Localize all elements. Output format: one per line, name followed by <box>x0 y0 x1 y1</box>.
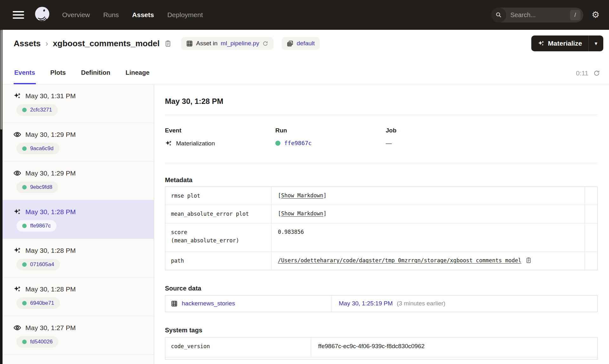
observation-icon <box>13 324 21 332</box>
run-status-dot <box>22 340 27 344</box>
event-column-label: Event <box>165 127 275 134</box>
materialization-icon <box>13 208 21 216</box>
system-tag-key: code_version <box>165 337 311 357</box>
materialization-icon <box>13 285 21 293</box>
run-status-dot <box>22 108 27 112</box>
hamburger-menu-icon[interactable] <box>13 11 24 19</box>
materialization-icon <box>165 140 172 147</box>
scrollbar-thumb[interactable] <box>0 30 2 130</box>
tab-definition[interactable]: Definition <box>81 69 111 84</box>
code-location-link[interactable]: default <box>297 40 315 47</box>
reload-location-icon[interactable] <box>262 41 268 47</box>
run-status-dot <box>22 301 27 305</box>
run-id-badge[interactable]: 2cfc3271 <box>16 104 58 116</box>
job-column-label: Job <box>386 127 598 134</box>
breadcrumb-separator: › <box>45 39 48 48</box>
tab-lineage[interactable]: Lineage <box>125 69 150 84</box>
metadata-key: rmse plot <box>165 187 272 205</box>
asset-table-icon <box>171 300 178 307</box>
nav-item-assets[interactable]: Assets <box>132 11 154 19</box>
code-location-badge: default <box>282 37 320 50</box>
sparkle-icon <box>538 40 545 47</box>
copy-path-icon[interactable] <box>525 257 532 264</box>
nav-item-overview[interactable]: Overview <box>62 11 90 19</box>
event-list-item[interactable]: May 30, 1:27 PM fd540026 <box>3 316 154 355</box>
event-list-item[interactable]: May 30, 1:28 PM 6940be71 <box>3 278 154 316</box>
event-list-item-selected[interactable]: May 30, 1:28 PM ffe9867c <box>3 200 154 239</box>
run-id-link[interactable]: ffe9867c <box>284 140 312 146</box>
asset-tabs-bar: Events Plots Definition Lineage 0:11 <box>0 57 609 84</box>
run-id-badge[interactable]: 9aca6c9d <box>16 143 59 154</box>
copy-asset-name-icon[interactable] <box>164 40 172 47</box>
asset-group-icon <box>186 40 193 47</box>
job-value: — <box>386 140 392 147</box>
source-relative-time: (3 minutes earlier) <box>397 300 445 307</box>
run-status-dot <box>22 262 27 267</box>
nav-item-deployment[interactable]: Deployment <box>167 11 203 19</box>
source-data-heading: Source data <box>165 285 598 292</box>
metadata-key: score (mean_absolute_error) <box>165 223 272 252</box>
metadata-heading: Metadata <box>165 176 598 184</box>
asset-location-badge: Asset in ml_pipeline.py <box>181 37 273 50</box>
asset-in-label: Asset in <box>196 40 218 47</box>
system-tag-value: ffe9867c-ec9c-4f06-939c-f8dc830c0962 <box>311 337 597 357</box>
run-id-badge[interactable]: fd540026 <box>16 336 58 348</box>
table-row: code_version ffe9867c-ec9c-4f06-939c-f8d… <box>165 337 597 357</box>
primary-nav: Overview Runs Assets Deployment <box>62 11 203 19</box>
event-list-item[interactable]: May 30, 1:29 PM 9ebc9fd8 <box>3 162 154 200</box>
metadata-table: rmse plot [Show Markdown] mean_absolute_… <box>165 187 598 270</box>
breadcrumb-assets-link[interactable]: Assets <box>14 39 41 48</box>
materialization-icon <box>13 92 21 100</box>
storage-path-link[interactable]: /Users/odetteharary/code/dagster/tmp_0mz… <box>278 257 521 265</box>
event-list-item[interactable]: May 30, 1:28 PM 071605a4 <box>3 239 154 278</box>
observation-icon <box>13 169 21 177</box>
metadata-score-value: 0.983856 <box>278 228 304 236</box>
search-input[interactable]: Search... / <box>491 8 583 22</box>
search-icon <box>491 8 506 22</box>
show-markdown-link[interactable]: Show Markdown <box>281 192 323 199</box>
page-scrollbar[interactable] <box>0 30 3 364</box>
tab-plots[interactable]: Plots <box>50 69 67 84</box>
event-summary-grid: Event Materialization Run ffe9867c Job — <box>165 127 598 147</box>
materialization-icon <box>13 246 21 254</box>
nav-item-runs[interactable]: Runs <box>103 11 119 19</box>
event-list-item[interactable]: May 30, 1:29 PM 9aca6c9d <box>3 123 154 162</box>
source-materialized-time-link[interactable]: May 30, 1:25:19 PM <box>339 300 393 307</box>
table-row: path /Users/odetteharary/code/dagster/tm… <box>165 252 597 270</box>
materialize-split-button: Materialize ▾ <box>531 35 603 51</box>
dagster-logo[interactable] <box>34 6 51 24</box>
materialize-button[interactable]: Materialize <box>531 40 588 47</box>
event-detail-panel: May 30, 1:28 PM Event Materialization Ru… <box>154 84 609 364</box>
table-row <box>165 357 597 359</box>
gear-icon[interactable]: ⚙ <box>592 10 599 19</box>
run-id-badge[interactable]: 071605a4 <box>16 259 60 270</box>
run-status-dot <box>22 146 27 151</box>
source-data-table: hackernews_stories May 30, 1:25:19 PM (3… <box>165 295 598 312</box>
event-type-value: Materialization <box>176 140 215 147</box>
search-shortcut-key: / <box>570 10 580 20</box>
run-id-badge[interactable]: 6940be71 <box>16 297 60 309</box>
asset-file-link[interactable]: ml_pipeline.py <box>221 40 259 47</box>
system-tags-table: code_version ffe9867c-ec9c-4f06-939c-f8d… <box>165 337 598 360</box>
run-status-dot <box>22 185 27 189</box>
auto-refresh-timer: 0:11 <box>576 69 588 77</box>
source-asset-link[interactable]: hackernews_stories <box>182 300 235 307</box>
search-placeholder: Search... <box>510 11 570 19</box>
table-row: score (mean_absolute_error) 0.983856 <box>165 223 597 252</box>
top-nav-bar: Overview Runs Assets Deployment Search..… <box>0 0 609 30</box>
refresh-icon[interactable] <box>593 70 600 77</box>
run-column-label: Run <box>275 127 386 134</box>
observation-icon <box>13 131 21 138</box>
event-timestamp-title: May 30, 1:28 PM <box>165 97 598 106</box>
run-status-dot <box>22 224 27 228</box>
table-row: rmse plot [Show Markdown] <box>165 187 597 205</box>
tab-events[interactable]: Events <box>14 69 36 84</box>
event-list-item[interactable]: May 30, 1:31 PM 2cfc3271 <box>3 84 154 123</box>
asset-header-row: Assets › xgboost_comments_model Asset in… <box>0 30 609 57</box>
table-row: mean_absolute_error plot [Show Markdown] <box>165 205 597 223</box>
event-list: May 30, 1:31 PM 2cfc3271 May 30, 1:29 PM… <box>3 84 154 364</box>
run-id-badge[interactable]: ffe9867c <box>16 220 56 232</box>
show-markdown-link[interactable]: Show Markdown <box>281 210 323 217</box>
run-id-badge[interactable]: 9ebc9fd8 <box>16 182 58 193</box>
materialize-dropdown-caret[interactable]: ▾ <box>589 40 603 47</box>
